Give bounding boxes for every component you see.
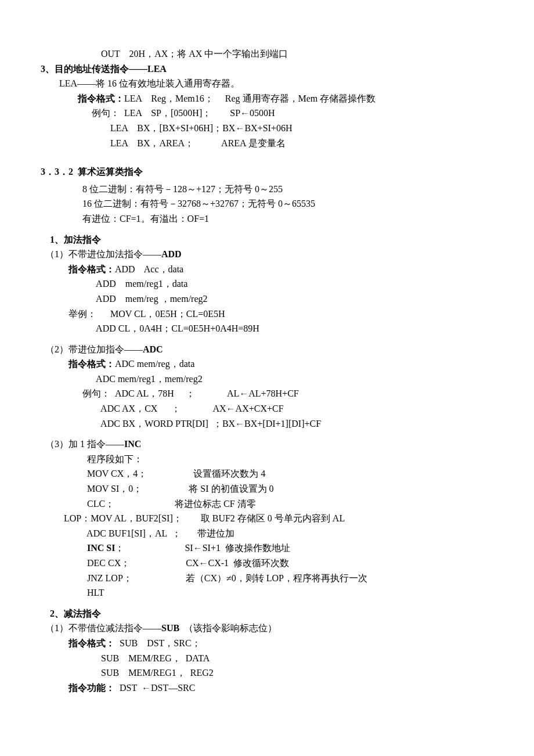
format-label: 指令格式： bbox=[41, 359, 115, 369]
inc-l7-rest: ； SI←SI+1 修改操作数地址 bbox=[115, 543, 290, 553]
adc-mnemonic: ADC bbox=[143, 344, 163, 354]
function-label: 指令功能： bbox=[41, 683, 115, 693]
add-format: 指令格式：ADD Acc，data bbox=[41, 262, 493, 277]
section-3-3-2: 3．3．2 算术运算类指令 bbox=[41, 164, 493, 179]
add-line3: ADD mem/reg ，mem/reg2 bbox=[41, 291, 493, 307]
format-label: 指令格式： bbox=[41, 264, 115, 274]
sub-heading: 2、减法指令 bbox=[41, 606, 493, 621]
lea-ex2: LEA BX，[BX+SI+06H]；BX←BX+SI+06H bbox=[41, 121, 493, 136]
adc-line5: ADC BX，WORD PTR[DI] ；BX←BX+[DI+1][DI]+CF bbox=[41, 416, 493, 431]
inc-line7: INC SI； SI←SI+1 修改操作数地址 bbox=[41, 541, 493, 556]
inc-line5: LOP：MOV AL，BUF2[SI]； 取 BUF2 存储区 0 号单元内容到… bbox=[41, 511, 493, 526]
out-line: OUT 20H，AX；将 AX 中一个字输出到端口 bbox=[41, 46, 493, 62]
inc-subtitle: （3）加 1 指令——INC bbox=[41, 437, 493, 452]
lea-ex1: 例句： LEA SP，[0500H]； SP←0500H bbox=[41, 106, 493, 121]
sub-prefix: （1）不带借位减法指令—— bbox=[41, 623, 161, 633]
add-prefix: （1）不带进位加法指令—— bbox=[41, 249, 161, 259]
inc-line1: 程序段如下： bbox=[41, 452, 493, 467]
range-16bit: 16 位二进制：有符号－32768～+32767；无符号 0～65535 bbox=[41, 196, 493, 211]
inc-line8: DEC CX； CX←CX-1 修改循环次数 bbox=[41, 556, 493, 571]
sec3-title: 3、目的地址传送指令——LEA bbox=[41, 62, 493, 77]
sub-line3: SUB MEM/REG1， REG2 bbox=[41, 665, 493, 681]
inc-si-bold: INC SI bbox=[87, 543, 115, 553]
inc-l7-pre bbox=[41, 543, 87, 553]
add-line2: ADD mem/reg1，data bbox=[41, 276, 493, 291]
inc-line10: HLT bbox=[41, 585, 493, 600]
adc-line3: 例句： ADC AL，78H ； AL←AL+78H+CF bbox=[41, 386, 493, 401]
sub-suffix: （该指令影响标志位） bbox=[179, 623, 277, 633]
lea-desc: LEA——将 16 位有效地址装入通用寄存器。 bbox=[41, 76, 493, 91]
add-line4: 举例： MOV CL，0E5H；CL=0E5H bbox=[41, 307, 493, 322]
lea-ex3: LEA BX，AREA； AREA 是变量名 bbox=[41, 136, 493, 151]
sub-mnemonic: SUB bbox=[161, 623, 179, 633]
add-subtitle: （1）不带进位加法指令——ADD bbox=[41, 247, 493, 262]
inc-line9: JNZ LOP； 若（CX）≠0，则转 LOP，程序将再执行一次 bbox=[41, 571, 493, 586]
format-body: ADD Acc，data bbox=[115, 264, 183, 274]
flags-note: 有进位：CF=1。有溢出：OF=1 bbox=[41, 211, 493, 226]
adc-subtitle: （2）带进位加指令——ADC bbox=[41, 342, 493, 357]
format-body: ADC mem/reg，data bbox=[115, 359, 194, 369]
sub-format: 指令格式： SUB DST，SRC； bbox=[41, 636, 493, 651]
adc-format: 指令格式：ADC mem/reg，data bbox=[41, 357, 493, 372]
adc-prefix: （2）带进位加指令—— bbox=[41, 344, 143, 354]
format-body: SUB DST，SRC； bbox=[115, 638, 201, 648]
range-8bit: 8 位二进制：有符号－128～+127；无符号 0～255 bbox=[41, 182, 493, 197]
adc-line4: ADC AX，CX ； AX←AX+CX+CF bbox=[41, 401, 493, 416]
add-heading: 1、加法指令 bbox=[41, 232, 493, 247]
lea-format: 指令格式：LEA Reg，Mem16； Reg 通用寄存器，Mem 存储器操作数 bbox=[41, 91, 493, 106]
inc-line4: CLC； 将进位标志 CF 清零 bbox=[41, 496, 493, 512]
adc-line2: ADC mem/reg1，mem/reg2 bbox=[41, 372, 493, 387]
inc-line3: MOV SI，0； 将 SI 的初值设置为 0 bbox=[41, 481, 493, 496]
add-line5: ADD CL，0A4H；CL=0E5H+0A4H=89H bbox=[41, 321, 493, 336]
format-label: 指令格式： bbox=[41, 93, 124, 103]
add-mnemonic: ADD bbox=[161, 249, 182, 259]
inc-line2: MOV CX，4； 设置循环次数为 4 bbox=[41, 466, 493, 481]
function-body: DST ←DST—SRC bbox=[115, 683, 195, 693]
sub-function: 指令功能： DST ←DST—SRC bbox=[41, 681, 493, 696]
inc-line6: ADC BUF1[SI]，AL ； 带进位加 bbox=[41, 526, 493, 541]
inc-prefix: （3）加 1 指令—— bbox=[41, 439, 124, 449]
format-label: 指令格式： bbox=[41, 638, 115, 648]
sub-subtitle: （1）不带借位减法指令——SUB （该指令影响标志位） bbox=[41, 621, 493, 636]
sub-line2: SUB MEM/REG， DATA bbox=[41, 651, 493, 666]
inc-mnemonic: INC bbox=[124, 439, 141, 449]
format-body: LEA Reg，Mem16； Reg 通用寄存器，Mem 存储器操作数 bbox=[124, 93, 376, 103]
